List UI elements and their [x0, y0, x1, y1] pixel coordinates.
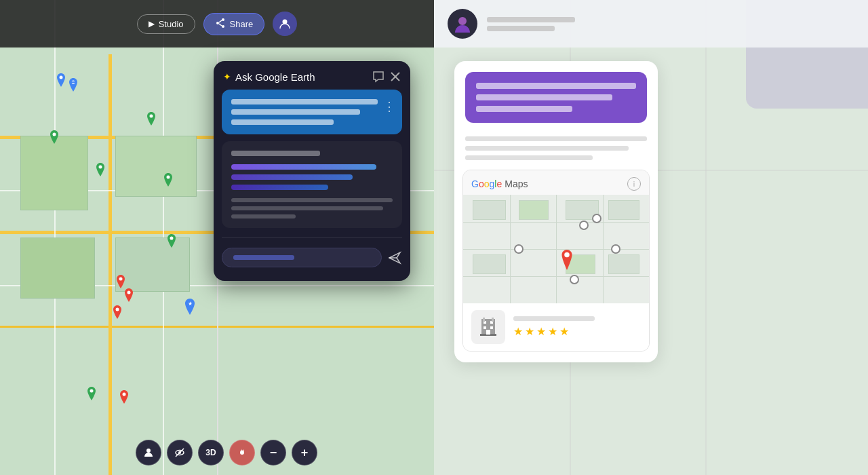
svg-text:★: ★	[188, 301, 193, 307]
maps-info-icon[interactable]: i	[627, 177, 641, 191]
card-bottom-info: ★ ★ ★ ★ ★	[463, 303, 649, 351]
text-line-1	[231, 198, 393, 202]
bar-chart	[231, 164, 393, 190]
map-controls-toolbar: 3D − +	[136, 440, 317, 466]
text-line-2	[231, 206, 383, 210]
svg-rect-2	[71, 81, 75, 83]
star-2: ★	[525, 325, 534, 338]
3d-label: 3D	[205, 448, 216, 457]
card-message-bubble	[465, 72, 647, 123]
maps-header: GoogleMaps i	[463, 170, 649, 195]
building-icon	[471, 310, 505, 344]
purple-line-1	[476, 83, 636, 89]
map-pin-red3	[112, 305, 123, 319]
svg-point-14	[216, 22, 219, 24]
flame-control-button[interactable]	[229, 440, 255, 466]
plus-label: +	[301, 446, 309, 460]
svg-point-12	[123, 393, 126, 396]
google-maps-logo: GoogleMaps	[471, 178, 528, 189]
svg-point-9	[127, 291, 131, 294]
spark-icon: ✦	[223, 71, 231, 82]
map-pin-red2	[123, 288, 134, 302]
map-pin-red1	[115, 275, 126, 288]
purple-line-3	[476, 106, 572, 112]
chat-message-bubble: ⋮	[222, 90, 402, 134]
svg-point-0	[60, 76, 63, 79]
mini-map	[463, 195, 649, 303]
svg-point-10	[116, 308, 119, 311]
response-title-line	[231, 151, 320, 156]
bubble-more-icon[interactable]: ⋮	[378, 99, 395, 114]
share-icon	[215, 18, 226, 31]
studio-label: Studio	[159, 19, 184, 29]
map-pin-green2	[95, 163, 106, 176]
svg-point-4	[99, 166, 102, 169]
send-button[interactable]	[387, 250, 402, 265]
right-top-bar	[434, 0, 868, 48]
card-line-2	[465, 146, 629, 151]
svg-line-17	[219, 20, 222, 22]
svg-point-6	[167, 176, 170, 179]
panel-header-icons	[372, 71, 401, 83]
mini-pin-2	[592, 214, 601, 223]
card-text-area	[454, 130, 658, 170]
share-label: Share	[230, 19, 254, 29]
studio-button[interactable]: ▶ Studio	[137, 14, 195, 34]
purple-line-2	[476, 94, 612, 100]
card-bottom-text: ★ ★ ★ ★ ★	[513, 316, 595, 338]
star-3: ★	[536, 325, 546, 338]
svg-line-18	[219, 24, 222, 26]
response-text-lines	[231, 198, 393, 218]
svg-rect-33	[492, 318, 494, 322]
zoom-in-button[interactable]: +	[292, 440, 317, 466]
text-line-3	[231, 214, 296, 218]
mini-pin-3	[514, 244, 524, 254]
user-info	[487, 17, 575, 31]
card-line-3	[465, 155, 593, 160]
map-pin-blue3: ★	[183, 299, 197, 315]
bubble-line-1	[231, 99, 378, 104]
svg-rect-30	[490, 326, 493, 329]
map-pin-green6	[86, 387, 97, 400]
person-control-button[interactable]	[136, 440, 161, 466]
svg-point-5	[150, 115, 153, 118]
panel-header: ✦ Ask Google Earth	[214, 61, 410, 90]
mini-pin-5	[570, 275, 579, 284]
card-line-1	[465, 136, 647, 141]
mini-pin-4	[611, 244, 620, 254]
svg-rect-31	[486, 330, 490, 335]
user-icon-button[interactable]	[273, 12, 297, 36]
eye-control-button[interactable]	[167, 440, 193, 466]
bubble-line-3	[231, 119, 334, 125]
svg-point-24	[565, 252, 570, 258]
result-card: GoogleMaps i	[454, 61, 658, 362]
share-button[interactable]: Share	[203, 13, 265, 35]
map-pin-green3	[146, 112, 157, 126]
bubble-line-2	[231, 109, 360, 115]
3d-control-button[interactable]: 3D	[198, 440, 224, 466]
top-toolbar: ▶ Studio Share	[0, 0, 434, 48]
svg-point-7	[170, 237, 174, 240]
star-5: ★	[559, 325, 569, 338]
panel-divider	[222, 238, 402, 238]
svg-point-34	[146, 449, 151, 453]
star-4: ★	[548, 325, 557, 338]
google-maps-section: GoogleMaps i	[462, 170, 650, 352]
star-1: ★	[513, 325, 523, 338]
map-pin-green1	[49, 130, 60, 144]
user-detail-line	[487, 26, 555, 31]
ask-google-earth-panel: ✦ Ask Google Earth ⋮	[214, 61, 410, 281]
bar-3	[231, 185, 328, 190]
svg-point-23	[458, 17, 467, 25]
right-panel: GoogleMaps i	[434, 0, 868, 475]
ask-input-field[interactable]	[222, 248, 382, 267]
panel-title: Ask Google Earth	[235, 71, 315, 83]
close-panel-button[interactable]	[390, 71, 401, 82]
zoom-out-button[interactable]: −	[260, 440, 286, 466]
map-pin-blue	[56, 73, 66, 87]
studio-icon: ▶	[149, 19, 155, 28]
chat-button[interactable]	[372, 71, 384, 83]
bar-1	[231, 164, 376, 170]
user-name-line	[487, 17, 575, 22]
svg-point-8	[119, 278, 123, 281]
